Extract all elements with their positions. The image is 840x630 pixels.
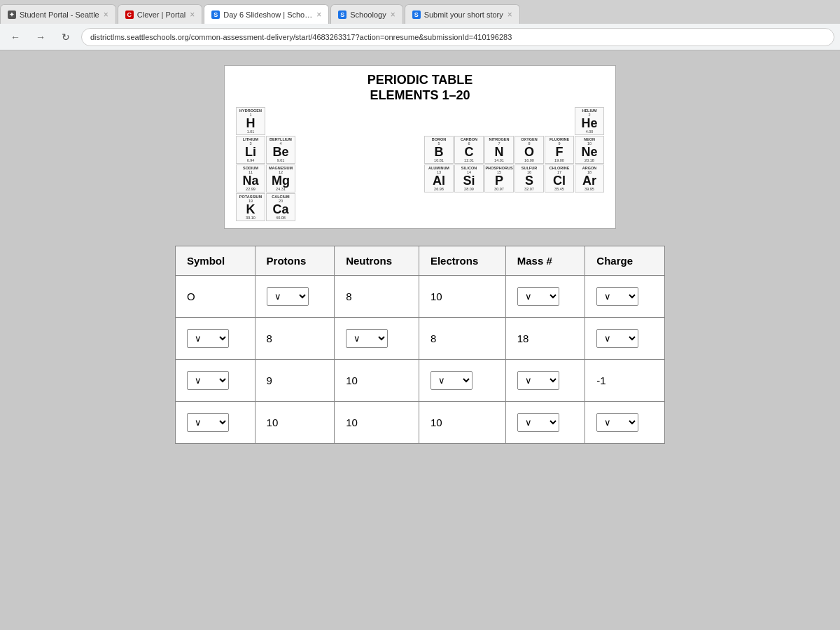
- row2-symbol-dropdown[interactable]: ∨ O: [187, 329, 229, 348]
- tab-clever[interactable]: C Clever | Portal ×: [118, 4, 203, 24]
- row3-protons: 9: [255, 360, 335, 402]
- tab-close-clever[interactable]: ×: [190, 10, 195, 20]
- row1-symbol: O: [176, 276, 255, 318]
- element-Be: BERYLLIUM 4 Be 9.01: [266, 136, 295, 164]
- header-electrons: Electrons: [419, 246, 505, 276]
- row1-charge-dropdown[interactable]: ∨ -2: [596, 287, 638, 306]
- element-Al: ALUMINUM 13 Al 26.98: [424, 164, 454, 192]
- tab-close-schoology[interactable]: ×: [391, 10, 396, 20]
- row1-neutrons: 8: [335, 276, 419, 318]
- pt-row-1: HYDROGEN 1 H 1.01 HELIUM 2 He 4.00: [236, 107, 604, 135]
- row4-symbol[interactable]: ∨ Ne: [176, 402, 255, 444]
- row2-protons: 8: [255, 318, 335, 360]
- row4-mass[interactable]: ∨ 20: [505, 402, 585, 444]
- tab-favicon-schoology: S: [338, 10, 346, 19]
- header-row: Symbol Protons Neutrons Electrons Mass #…: [176, 246, 665, 276]
- row3-charge: -1: [585, 360, 665, 402]
- element-Na: SODIUM 11 Na 22.99: [236, 164, 265, 192]
- element-K: POTASSIUM 19 K 39.10: [236, 193, 265, 221]
- row3-electrons[interactable]: ∨ 10: [419, 360, 505, 402]
- row4-protons: 10: [255, 402, 335, 444]
- tab-close-day6[interactable]: ×: [316, 10, 321, 20]
- row4-charge[interactable]: ∨ 0: [585, 402, 665, 444]
- element-N: NITROGEN 7 N 14.01: [484, 136, 514, 164]
- tab-schoology[interactable]: S Schoology ×: [330, 4, 402, 24]
- pt-title: PERIODIC TABLE ELEMENTS 1–20: [236, 73, 604, 103]
- table-row: ∨ Ne 10 10 10 ∨ 20: [176, 402, 665, 444]
- element-B: BORON 5 B 10.81: [424, 136, 454, 164]
- row2-charge-dropdown[interactable]: ∨ 0: [596, 329, 638, 348]
- element-Cl: CHLORINE 17 Cl 35.45: [545, 164, 574, 192]
- header-symbol: Symbol: [176, 246, 255, 276]
- table-row: O ∨ 8 8 10 ∨ 18: [176, 276, 665, 318]
- row1-electrons: 10: [419, 276, 505, 318]
- empty-row4: [296, 193, 604, 221]
- element-Ne: NEON 10 Ne 20.18: [575, 136, 604, 164]
- row4-symbol-dropdown[interactable]: ∨ Ne: [187, 413, 229, 432]
- quiz-table: Symbol Protons Neutrons Electrons Mass #…: [175, 246, 665, 444]
- row4-neutrons: 10: [335, 402, 419, 444]
- empty-row2-gap: [296, 136, 424, 164]
- row1-protons-dropdown[interactable]: ∨ 8: [267, 287, 309, 306]
- element-Mg: MAGNESIUM 12 Mg 24.31: [266, 164, 295, 192]
- empty-row3-gap: [296, 164, 424, 192]
- forward-button[interactable]: →: [31, 27, 50, 47]
- row3-mass-dropdown[interactable]: ∨ 19: [517, 371, 559, 390]
- element-S: SULFUR 16 S 32.07: [514, 164, 544, 192]
- pt-row-3: SODIUM 11 Na 22.99 MAGNESIUM 12 Mg 24.31…: [236, 164, 604, 192]
- element-Ca: CALCIUM 20 Ca 40.08: [266, 193, 295, 221]
- tab-student-portal[interactable]: ✦ Student Portal - Seattle ×: [0, 4, 116, 24]
- empty-row1: [266, 107, 574, 135]
- pt-row-2: LITHIUM 3 Li 6.94 BERYLLIUM 4 Be 9.01 BO…: [236, 136, 604, 164]
- row2-neutrons[interactable]: ∨ 10: [335, 318, 419, 360]
- table-row: ∨ F 9 10 ∨ 10 ∨: [176, 360, 665, 402]
- browser-chrome: ✦ Student Portal - Seattle × C Clever | …: [0, 0, 840, 51]
- row1-protons[interactable]: ∨ 8: [255, 276, 335, 318]
- element-F: FLUORINE 9 F 19.00: [545, 136, 574, 164]
- back-button[interactable]: ←: [6, 27, 25, 47]
- row2-symbol[interactable]: ∨ O: [176, 318, 255, 360]
- header-mass: Mass #: [505, 246, 585, 276]
- tab-favicon-day6: S: [211, 10, 220, 19]
- element-Li: LITHIUM 3 Li 6.94: [236, 136, 265, 164]
- row1-mass-dropdown[interactable]: ∨ 18: [517, 287, 559, 306]
- row3-symbol[interactable]: ∨ F: [176, 360, 255, 402]
- row2-neutrons-dropdown[interactable]: ∨ 10: [346, 329, 388, 348]
- element-C: CARBON 6 C 12.01: [454, 136, 484, 164]
- element-H: HYDROGEN 1 H 1.01: [236, 107, 265, 135]
- reload-button[interactable]: ↻: [56, 27, 76, 47]
- tab-favicon-clever: C: [125, 10, 134, 19]
- tab-day6[interactable]: S Day 6 Slideshow | Scho… ×: [204, 4, 329, 24]
- page-content: PERIODIC TABLE ELEMENTS 1–20 HYDROGEN 1 …: [0, 51, 840, 630]
- tab-favicon-student: ✦: [8, 10, 16, 19]
- row3-symbol-dropdown[interactable]: ∨ F: [187, 371, 229, 390]
- tab-favicon-submit: S: [412, 10, 421, 19]
- pt-row-4: POTASSIUM 19 K 39.10 CALCIUM 20 Ca 40.08: [236, 193, 604, 221]
- tab-close-student[interactable]: ×: [104, 10, 108, 20]
- row4-charge-dropdown[interactable]: ∨ 0: [596, 413, 638, 432]
- row4-mass-dropdown[interactable]: ∨ 20: [517, 413, 559, 432]
- row3-electrons-dropdown[interactable]: ∨ 10: [430, 371, 472, 390]
- periodic-table: PERIODIC TABLE ELEMENTS 1–20 HYDROGEN 1 …: [224, 65, 616, 229]
- quiz-table-header: Symbol Protons Neutrons Electrons Mass #…: [176, 246, 665, 276]
- row2-electrons: 8: [419, 318, 505, 360]
- table-row: ∨ O 8 ∨ 10 8 18: [176, 318, 665, 360]
- tab-submit[interactable]: S Submit your short story ×: [405, 4, 520, 24]
- row2-charge[interactable]: ∨ 0: [585, 318, 665, 360]
- row1-mass[interactable]: ∨ 18: [505, 276, 585, 318]
- element-Ar: ARGON 18 Ar 39.95: [575, 164, 604, 192]
- row3-neutrons: 10: [335, 360, 419, 402]
- header-neutrons: Neutrons: [335, 246, 419, 276]
- row2-mass: 18: [505, 318, 585, 360]
- row4-electrons: 10: [419, 402, 505, 444]
- row3-mass[interactable]: ∨ 19: [505, 360, 585, 402]
- tab-close-submit[interactable]: ×: [507, 10, 512, 20]
- row1-charge[interactable]: ∨ -2: [585, 276, 665, 318]
- nav-bar: ← → ↻: [0, 24, 840, 50]
- header-protons: Protons: [255, 246, 335, 276]
- quiz-table-body: O ∨ 8 8 10 ∨ 18: [176, 276, 665, 444]
- address-bar[interactable]: [81, 28, 834, 46]
- element-P: PHOSPHORUS 15 P 30.97: [484, 164, 514, 192]
- element-Si: SILICON 14 Si 28.09: [454, 164, 484, 192]
- header-charge: Charge: [585, 246, 665, 276]
